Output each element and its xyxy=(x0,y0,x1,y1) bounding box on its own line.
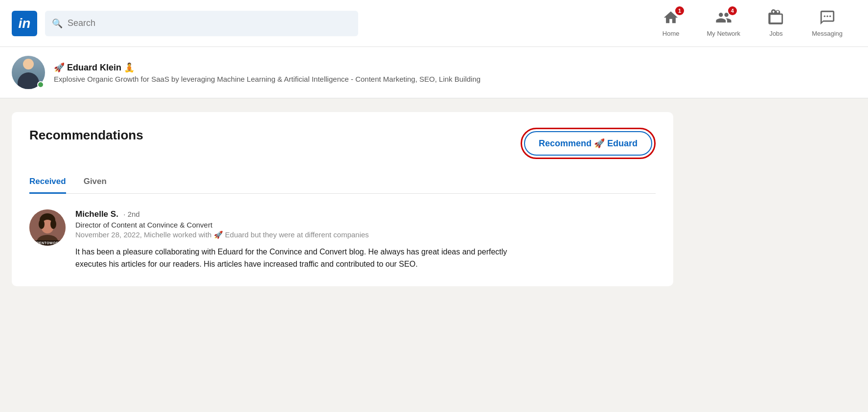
recommendation-text: It has been a pleasure collaborating wit… xyxy=(75,246,516,271)
recommend-btn-highlight: Recommend 🚀 Eduard xyxy=(521,128,656,159)
svg-point-0 xyxy=(823,15,825,17)
home-label: Home xyxy=(662,30,680,37)
navbar: in 🔍 1 Home 4 My Network xyxy=(0,0,868,47)
svg-point-1 xyxy=(826,15,828,17)
messaging-icon-wrap xyxy=(819,9,836,28)
rec-tabs: Received Given xyxy=(29,171,656,194)
messaging-icon xyxy=(819,9,836,26)
open-to-work-badge: OPENTOWORK xyxy=(29,240,66,246)
messaging-label: Messaging xyxy=(812,30,843,37)
my-network-badge: 4 xyxy=(728,6,737,15)
search-input[interactable] xyxy=(68,18,351,28)
svg-point-6 xyxy=(39,219,45,229)
person-body xyxy=(18,72,39,89)
nav-jobs[interactable]: Jobs xyxy=(754,0,798,47)
home-icon-wrap: 1 xyxy=(662,9,679,28)
tab-given[interactable]: Given xyxy=(84,171,107,194)
my-network-label: My Network xyxy=(707,30,741,37)
tab-received[interactable]: Received xyxy=(29,171,66,194)
jobs-label: Jobs xyxy=(769,30,782,37)
nav-icons: 1 Home 4 My Network Jobs xyxy=(649,0,856,47)
recommendations-card: Recommendations Recommend 🚀 Eduard Recei… xyxy=(12,112,673,286)
main-content: Recommendations Recommend 🚀 Eduard Recei… xyxy=(0,98,685,300)
nav-home[interactable]: 1 Home xyxy=(649,0,693,47)
recommender-name-row: Michelle S. · 2nd xyxy=(75,209,656,219)
profile-banner: 🚀 Eduard Klein 🧘 Explosive Organic Growt… xyxy=(0,47,868,98)
recommender-degree: · 2nd xyxy=(123,210,139,218)
my-network-icon-wrap: 4 xyxy=(715,9,732,28)
recommend-button[interactable]: Recommend 🚀 Eduard xyxy=(524,131,652,156)
jobs-icon xyxy=(768,9,784,26)
recommendations-title: Recommendations xyxy=(29,128,143,143)
profile-avatar-wrap xyxy=(12,56,45,89)
linkedin-logo[interactable]: in xyxy=(12,11,37,36)
nav-messaging[interactable]: Messaging xyxy=(798,0,856,47)
rec-header: Recommendations Recommend 🚀 Eduard xyxy=(29,128,656,159)
profile-info: 🚀 Eduard Klein 🧘 Explosive Organic Growt… xyxy=(54,62,856,83)
recommendation-item: OPENTOWORK Michelle S. · 2nd Director of… xyxy=(29,209,656,271)
search-bar[interactable]: 🔍 xyxy=(45,11,358,36)
jobs-icon-wrap xyxy=(768,9,784,28)
search-icon: 🔍 xyxy=(52,18,63,29)
recommender-role: Director of Content at Convince & Conver… xyxy=(75,221,656,229)
recommender-body: Michelle S. · 2nd Director of Content at… xyxy=(75,209,656,271)
home-badge: 1 xyxy=(675,6,684,15)
recommender-name: Michelle S. xyxy=(75,209,118,219)
person-head xyxy=(23,59,34,69)
person-silhouette xyxy=(17,59,40,89)
profile-headline: Explosive Organic Growth for SaaS by lev… xyxy=(54,75,856,83)
linkedin-logo-text: in xyxy=(19,17,31,30)
recommender-avatar: OPENTOWORK xyxy=(29,209,66,246)
profile-name: 🚀 Eduard Klein 🧘 xyxy=(54,62,856,73)
svg-point-7 xyxy=(50,219,56,229)
recommender-context: November 28, 2022, Michelle worked with … xyxy=(75,230,656,239)
online-status-dot xyxy=(37,81,44,88)
svg-point-2 xyxy=(829,15,831,17)
nav-my-network[interactable]: 4 My Network xyxy=(693,0,754,47)
